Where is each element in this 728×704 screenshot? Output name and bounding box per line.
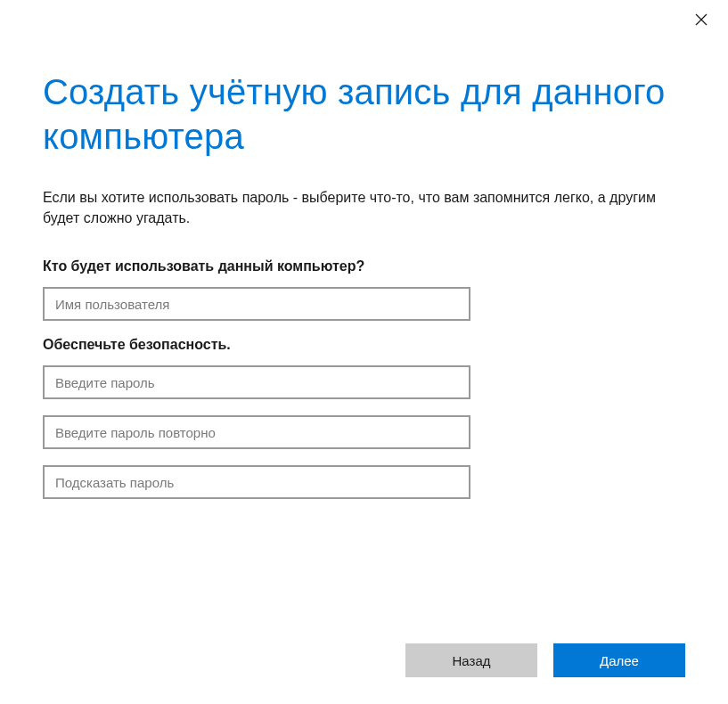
security-section-label: Обеспечьте безопасность. — [43, 337, 685, 353]
who-section-label: Кто будет использовать данный компьютер? — [43, 258, 685, 274]
main-content: Создать учётную запись для данного компь… — [0, 0, 728, 499]
username-field[interactable] — [43, 287, 470, 321]
password-field[interactable] — [43, 365, 470, 399]
page-title: Создать учётную запись для данного компь… — [43, 70, 685, 159]
back-button[interactable]: Назад — [405, 643, 537, 677]
footer-buttons: Назад Далее — [405, 643, 685, 677]
password-hint-field[interactable] — [43, 465, 470, 499]
next-button[interactable]: Далее — [553, 643, 685, 677]
description-text: Если вы хотите использовать пароль - выб… — [43, 187, 685, 228]
password-confirm-field[interactable] — [43, 415, 470, 449]
close-icon — [695, 13, 708, 26]
close-button[interactable] — [691, 9, 712, 30]
